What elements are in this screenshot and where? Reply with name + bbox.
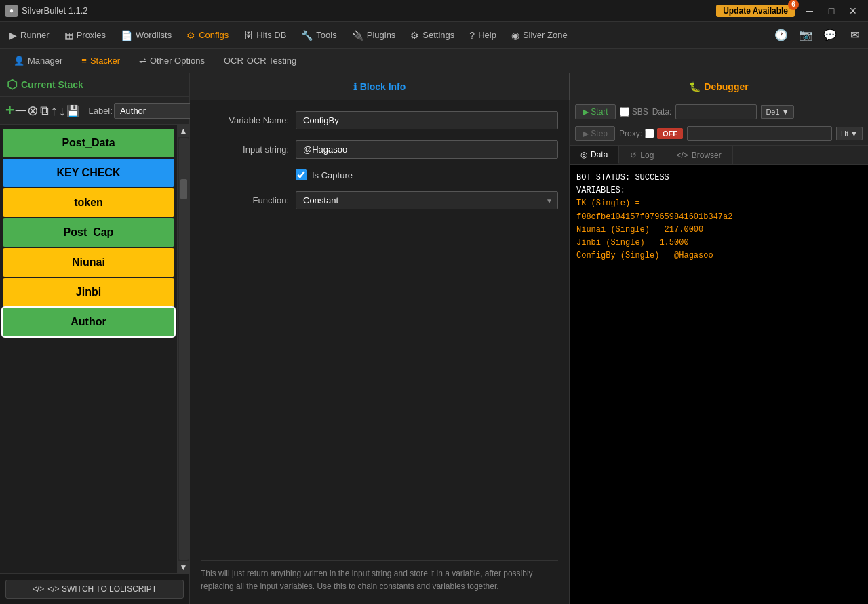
update-available-button[interactable]: Update Available 6: [716, 5, 795, 17]
code-icon: </>: [33, 584, 44, 594]
add-block-button[interactable]: +: [5, 100, 14, 121]
close-button[interactable]: ✕: [844, 4, 863, 18]
stack-item-niunai[interactable]: Niunai: [3, 248, 174, 277]
stack-item-post-btn-top[interactable]: Post_Data: [3, 129, 174, 157]
input-string-row: Input string:: [201, 140, 558, 159]
function-select-wrapper: Constant Variable: [296, 191, 558, 209]
remove-block-button[interactable]: ─: [16, 100, 26, 121]
data-input[interactable]: [675, 104, 757, 119]
plugins-icon: 🔌: [352, 30, 363, 41]
stack-item-key-check[interactable]: KEY CHECK: [3, 159, 174, 187]
variable-name-label: Variable Name:: [201, 115, 289, 125]
nav-configs[interactable]: ⚙ Configs: [180, 27, 235, 43]
sub-nav-ocr-testing[interactable]: OCR OCR Testing: [216, 53, 304, 68]
ocr-icon: OCR: [224, 56, 243, 66]
stack-item-author[interactable]: Author: [3, 308, 174, 336]
variable-name-input[interactable]: [296, 111, 558, 129]
scroll-track: [179, 138, 189, 560]
proxy-toggle: OFF: [657, 128, 683, 139]
info-icon: ℹ: [353, 81, 357, 92]
proxy-checkbox[interactable]: [645, 129, 654, 138]
save-button[interactable]: 💾: [66, 100, 80, 121]
nav-silverzone[interactable]: ◉ Silver Zone: [505, 27, 574, 43]
output-line-3: TK (Single) =: [576, 197, 861, 210]
function-select[interactable]: Constant Variable: [296, 191, 558, 209]
stack-toolbar: + ─ ⊗ ⧉ ↑ ↓ 💾 Label:: [0, 97, 189, 125]
titlebar: ● SilverBullet 1.1.2 Update Available 6 …: [0, 0, 868, 22]
nav-settings[interactable]: ⚙ Settings: [403, 27, 461, 43]
stack-icon: ⬡: [7, 77, 18, 92]
ht-button[interactable]: Ht ▼: [836, 127, 863, 140]
other-options-icon: ⇌: [139, 56, 146, 66]
help-icon: ?: [469, 30, 475, 41]
proxy-label: Proxy:: [619, 129, 642, 138]
tab-log[interactable]: ↺ Log: [619, 146, 665, 164]
data-tab-label: Data: [591, 150, 608, 159]
copy-block-button[interactable]: ⧉: [40, 100, 49, 121]
camera-button[interactable]: 📷: [795, 24, 816, 46]
block-info-title: ℹ Block Info: [353, 81, 406, 92]
right-side: ℹ Block Info 🐛 Debugger Variable Name:: [190, 73, 868, 604]
output-line-2: VARIABLES:: [576, 184, 861, 197]
stack-scrollbar: ▲ ▼: [177, 125, 189, 573]
move-up-button[interactable]: ↑: [50, 100, 57, 121]
sbs-checkbox[interactable]: [620, 107, 629, 117]
input-string-label: Input string:: [201, 144, 289, 155]
maximize-button[interactable]: □: [822, 4, 841, 18]
is-capture-checkbox[interactable]: [296, 169, 307, 180]
scroll-up-button[interactable]: ▲: [178, 125, 189, 137]
start-button[interactable]: ▶ Start: [575, 104, 616, 119]
debugger-section: 🐛 Debugger: [570, 73, 868, 100]
history-button[interactable]: 🕐: [770, 24, 792, 46]
debugger-title: 🐛 Debugger: [689, 81, 748, 92]
nav-wordlists[interactable]: 📄 Wordlists: [114, 27, 178, 43]
is-capture-label: Is Capture: [312, 170, 353, 180]
switch-label: </> SWITCH TO LOLISCRIPT: [47, 584, 157, 594]
telegram-button[interactable]: ✉: [844, 24, 865, 46]
runner-icon: ▶: [9, 30, 17, 41]
stack-header: ⬡ Current Stack: [0, 73, 189, 97]
debugger-bug-icon: 🐛: [689, 81, 701, 92]
settings-icon: ⚙: [410, 30, 419, 41]
sub-nav-other-options-label: Other Options: [150, 56, 205, 66]
sbs-area: SBS: [620, 107, 648, 117]
log-tab-icon: ↺: [630, 150, 637, 160]
sub-nav-stacker[interactable]: ≡ Stacker: [73, 53, 128, 68]
nav-runner[interactable]: ▶ Runner: [3, 27, 56, 43]
left-panel: ⬡ Current Stack + ─ ⊗ ⧉ ↑ ↓ 💾 Label: Pos…: [0, 73, 190, 604]
de1-button[interactable]: De1 ▼: [761, 105, 793, 119]
tab-data[interactable]: ◎ Data: [570, 146, 619, 164]
config-panel: Variable Name: Input string: Is Capture …: [190, 100, 570, 604]
minimize-button[interactable]: ─: [800, 4, 819, 18]
scroll-down-button[interactable]: ▼: [178, 561, 189, 573]
nav-hitsdb[interactable]: 🗄 Hits DB: [237, 27, 293, 43]
sub-navigation: 👤 Manager ≡ Stacker ⇌ Other Options OCR …: [0, 49, 868, 73]
nav-proxies[interactable]: ▦ Proxies: [58, 27, 113, 43]
nav-wordlists-label: Wordlists: [136, 30, 172, 40]
content-area: ⬡ Current Stack + ─ ⊗ ⧉ ↑ ↓ 💾 Label: Pos…: [0, 73, 868, 604]
discord-button[interactable]: 💬: [819, 24, 841, 46]
nav-plugins[interactable]: 🔌 Plugins: [345, 27, 403, 43]
switch-to-loliscript-button[interactable]: </> </> SWITCH TO LOLISCRIPT: [5, 580, 184, 599]
stack-item-token[interactable]: token: [3, 188, 174, 217]
input-string-input[interactable]: [296, 140, 558, 159]
nav-tools[interactable]: 🔧 Tools: [294, 27, 343, 43]
step-button[interactable]: ▶ Step: [575, 126, 615, 141]
stack-list-container: Post_Data KEY CHECK token Post_Cap Niuna…: [0, 125, 189, 573]
nav-silverzone-label: Silver Zone: [523, 30, 568, 40]
sub-nav-manager[interactable]: 👤 Manager: [5, 53, 71, 68]
proxy-input[interactable]: [687, 126, 832, 141]
tab-browser[interactable]: </> Browser: [665, 146, 732, 164]
data-label: Data:: [652, 107, 672, 117]
scroll-thumb: [180, 179, 187, 199]
stack-item-post-cap[interactable]: Post_Cap: [3, 218, 174, 247]
proxies-icon: ▦: [64, 30, 73, 41]
stack-item-jinbi[interactable]: Jinbi: [3, 278, 174, 306]
nav-proxies-label: Proxies: [77, 30, 106, 40]
nav-help[interactable]: ? Help: [462, 27, 503, 43]
sub-nav-other-options[interactable]: ⇌ Other Options: [131, 53, 213, 68]
move-down-button[interactable]: ↓: [58, 100, 65, 121]
nav-settings-label: Settings: [422, 30, 454, 40]
window-controls: ─ □ ✕: [800, 4, 863, 18]
close-block-button[interactable]: ⊗: [27, 100, 39, 121]
